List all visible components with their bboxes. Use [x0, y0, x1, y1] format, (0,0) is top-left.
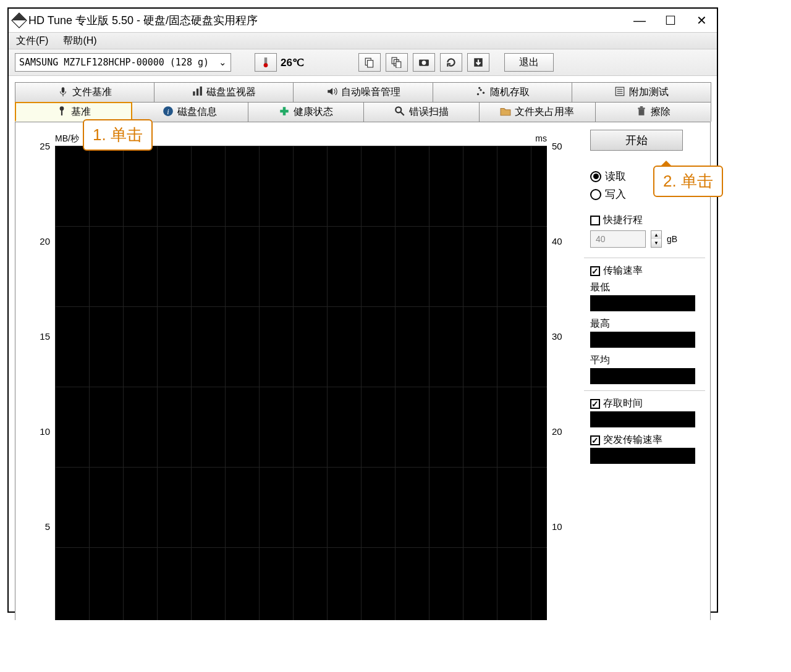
- microphone-icon: [57, 86, 69, 99]
- drive-select[interactable]: SAMSUNG MZ7LF128HCHP-00000 (128 g) ⌄: [15, 53, 231, 72]
- value-max: [590, 332, 695, 348]
- svg-point-28: [396, 107, 401, 112]
- svg-point-16: [483, 91, 484, 93]
- radio-icon: [590, 171, 601, 182]
- minimize-button[interactable]: —: [624, 9, 655, 32]
- svg-rect-11: [193, 91, 195, 96]
- svg-line-29: [400, 112, 404, 116]
- camera-icon[interactable]: [413, 53, 435, 72]
- tab-磁盘监视器[interactable]: 磁盘监视器: [154, 82, 294, 102]
- short-stroke-unit: gB: [667, 234, 677, 244]
- yright-tick: 30: [552, 331, 562, 342]
- label-min: 最低: [590, 281, 705, 294]
- folder-icon: [500, 106, 511, 119]
- list-icon: [614, 86, 625, 99]
- tab-擦除[interactable]: 擦除: [595, 102, 711, 122]
- value-burst-rate: [590, 448, 695, 464]
- value-min: [590, 295, 695, 311]
- callout-step2: 2. 单击: [653, 166, 723, 197]
- chevron-down-icon: ⌄: [219, 57, 227, 68]
- tab-健康状态[interactable]: 健康状态: [248, 102, 364, 122]
- svg-rect-0: [264, 57, 268, 64]
- yleft-tick: 25: [40, 141, 50, 151]
- short-stroke-value[interactable]: 40: [590, 230, 646, 248]
- tab-文件夹占用率[interactable]: 文件夹占用率: [479, 102, 595, 122]
- svg-text:i: i: [167, 107, 170, 116]
- speaker-icon: [326, 86, 337, 99]
- svg-rect-13: [200, 86, 202, 96]
- menu-file[interactable]: 文件(F): [16, 35, 48, 48]
- svg-point-1: [264, 63, 268, 67]
- svg-rect-31: [638, 107, 645, 109]
- yleft-tick: 5: [45, 521, 50, 532]
- checkbox-burst-rate[interactable]: [590, 435, 600, 445]
- titlebar: HD Tune 专业版 5.50 - 硬盘/固态硬盘实用程序 — ☐ ✕: [9, 9, 717, 32]
- menubar: 文件(F) 帮助(H): [9, 32, 717, 49]
- yright-tick: 10: [552, 521, 562, 532]
- checkbox-transfer-rate[interactable]: [590, 266, 600, 276]
- app-window: HD Tune 专业版 5.50 - 硬盘/固态硬盘实用程序 — ☐ ✕ 文件(…: [7, 7, 718, 613]
- yright-tick: 20: [552, 426, 562, 437]
- temperature-value: 26℃: [281, 56, 304, 69]
- save-icon[interactable]: [467, 53, 489, 72]
- side-panel: 开始 读取 写入 快捷行程 40 ▲▼ gB 传输速率 最低 最高 平均: [582, 127, 705, 620]
- app-icon: [11, 12, 27, 28]
- refresh-icon[interactable]: [440, 53, 462, 72]
- svg-rect-12: [197, 88, 198, 95]
- start-button[interactable]: 开始: [590, 130, 683, 151]
- toolbar: SAMSUNG MZ7LF128HCHP-00000 (128 g) ⌄ 26℃…: [9, 49, 717, 76]
- yright-unit: ms: [535, 133, 547, 143]
- bar-chart-icon: [192, 86, 203, 99]
- magnifier-icon: [394, 106, 405, 119]
- yleft-tick: 15: [40, 331, 50, 342]
- svg-point-17: [478, 86, 480, 88]
- svg-rect-3: [368, 61, 373, 67]
- window-title: HD Tune 专业版 5.50 - 硬盘/固态硬盘实用程序: [28, 13, 258, 28]
- tab-随机存取[interactable]: 随机存取: [433, 82, 572, 102]
- svg-rect-10: [62, 87, 65, 93]
- plus-icon: [279, 106, 290, 119]
- svg-rect-32: [640, 106, 643, 107]
- svg-rect-30: [638, 109, 644, 115]
- svg-point-14: [477, 93, 479, 94]
- main-content: MB/秒 ms 252015105 5040302010 开始 读取 写入 快捷…: [15, 122, 711, 620]
- label-max: 最高: [590, 317, 705, 330]
- scatter-icon: [475, 86, 486, 99]
- svg-rect-27: [280, 109, 289, 112]
- thermometer-icon: [255, 53, 277, 72]
- svg-point-22: [60, 106, 64, 111]
- info-icon: i: [163, 106, 174, 119]
- pin-icon: [56, 105, 67, 119]
- checkbox-short-stroke[interactable]: [590, 216, 600, 225]
- maximize-button[interactable]: ☐: [655, 9, 686, 32]
- yright-tick: 50: [552, 141, 562, 151]
- tab-自动噪音管理[interactable]: 自动噪音管理: [293, 82, 433, 102]
- radio-icon: [590, 189, 601, 200]
- yleft-tick: 10: [40, 426, 50, 437]
- svg-point-15: [480, 89, 481, 91]
- copy-all-icon[interactable]: [386, 53, 408, 72]
- tab-附加测试[interactable]: 附加测试: [572, 82, 711, 102]
- copy-icon[interactable]: [358, 53, 381, 72]
- short-stroke-spinner[interactable]: ▲▼: [651, 230, 662, 248]
- tab-错误扫描[interactable]: 错误扫描: [363, 102, 480, 122]
- benchmark-chart: MB/秒 ms 252015105 5040302010: [20, 127, 582, 620]
- svg-point-8: [422, 61, 426, 65]
- value-access-time: [590, 411, 695, 427]
- checkbox-access-time[interactable]: [590, 399, 600, 409]
- yright-tick: 40: [552, 236, 562, 246]
- close-button[interactable]: ✕: [686, 9, 717, 32]
- drive-select-value: SAMSUNG MZ7LF128HCHP-00000 (128 g): [19, 57, 209, 68]
- yleft-tick: 20: [40, 236, 50, 246]
- yleft-unit: MB/秒: [55, 133, 79, 145]
- svg-rect-6: [396, 62, 401, 68]
- menu-help[interactable]: 帮助(H): [63, 35, 96, 48]
- value-avg: [590, 368, 695, 384]
- exit-button[interactable]: 退出: [504, 53, 554, 72]
- label-avg: 平均: [590, 354, 705, 367]
- tab-文件基准[interactable]: 文件基准: [15, 82, 154, 102]
- trash-icon: [636, 106, 647, 119]
- callout-step1: 1. 单击: [83, 119, 153, 151]
